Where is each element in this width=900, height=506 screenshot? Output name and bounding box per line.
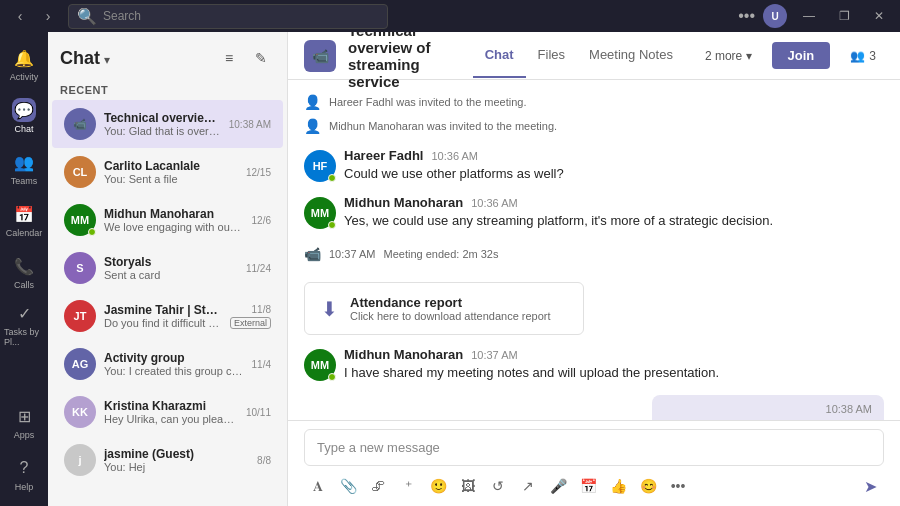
send-button[interactable]: ➤	[856, 472, 884, 500]
tab-files[interactable]: Files	[526, 33, 577, 78]
search-bar[interactable]: 🔍	[68, 4, 388, 29]
apps-label: Apps	[14, 430, 35, 440]
list-item[interactable]: j jasmine (Guest) You: Hej 8/8	[52, 436, 283, 484]
gif-button[interactable]: ⁺	[394, 472, 422, 500]
item-preview: We love engaging with our custo...	[104, 221, 244, 233]
like-button[interactable]: 👍	[604, 472, 632, 500]
list-item[interactable]: S Storyals Sent a card 11/24	[52, 244, 283, 292]
item-time: 11/8	[252, 304, 271, 315]
nav-buttons: ‹ ›	[8, 4, 60, 28]
system-text: Midhun Manoharan was invited to the meet…	[329, 120, 557, 132]
participants-icon: 👥	[850, 49, 865, 63]
chat-label: Chat	[14, 124, 33, 134]
more-options-icon[interactable]: •••	[738, 7, 755, 25]
tasks-icon: ✓	[12, 301, 36, 325]
system-icon: 👤	[304, 118, 321, 134]
message-content: Midhun Manoharan 10:36 AM Yes, we could …	[344, 195, 884, 230]
compose-input[interactable]: Type a new message	[304, 429, 884, 466]
item-name: Jasmine Tahir | Storyals	[104, 303, 222, 317]
compose-toolbar: 𝐀 📎 🖇 ⁺ 🙂 🖼 ↺ ↗ 🎤 📅 👍 😊 ••• ➤	[304, 470, 884, 502]
item-meta: 8/8	[257, 455, 271, 466]
channel-avatar: 📹	[304, 40, 336, 72]
message-author: Midhun Manoharan	[344, 195, 463, 210]
list-item[interactable]: KK Kristina Kharazmi Hey Ulrika, can you…	[52, 388, 283, 436]
sidebar-item-chat[interactable]: 💬 Chat	[4, 92, 44, 140]
sidebar-item-calls[interactable]: 📞 Calls	[4, 248, 44, 296]
attendance-card[interactable]: ⬇ Attendance report Click here to downlo…	[304, 282, 584, 335]
avatar: KK	[64, 396, 96, 428]
minimize-button[interactable]: —	[795, 5, 823, 27]
schedule-button[interactable]: 📅	[574, 472, 602, 500]
item-time: 11/4	[252, 359, 271, 370]
loop-button[interactable]: ↺	[484, 472, 512, 500]
tab-meeting-notes[interactable]: Meeting Notes	[577, 33, 685, 78]
sidebar-item-tasks[interactable]: ✓ Tasks by Pl...	[4, 300, 44, 348]
list-item[interactable]: JT Jasmine Tahir | Storyals Do you find …	[52, 292, 283, 340]
message-group: MM Midhun Manoharan 10:37 AM I have shar…	[304, 347, 884, 382]
system-message: 👤 Midhun Manoharan was invited to the me…	[304, 116, 884, 136]
paperclip-button[interactable]: 🖇	[364, 472, 392, 500]
sidebar-item-teams[interactable]: 👥 Teams	[4, 144, 44, 192]
item-preview: Do you find it difficult to lea...	[104, 317, 222, 329]
sidebar-actions: ≡ ✎	[215, 44, 275, 72]
avatar: JT	[64, 300, 96, 332]
item-meta: 11/4	[252, 359, 271, 370]
list-item[interactable]: MM Midhun Manoharan We love engaging wit…	[52, 196, 283, 244]
attendance-info: Attendance report Click here to download…	[350, 295, 551, 322]
close-button[interactable]: ✕	[866, 5, 892, 27]
sidebar-list: 📹 Technical overview of ... You: Glad th…	[48, 100, 287, 506]
calls-icon: 📞	[12, 254, 36, 278]
meeting-time: 10:37 AM	[329, 248, 375, 260]
join-button[interactable]: Join	[772, 42, 831, 69]
attach-button[interactable]: 📎	[334, 472, 362, 500]
message-content: Midhun Manoharan 10:37 AM I have shared …	[344, 347, 884, 382]
app-body: 🔔 Activity 💬 Chat 👥 Teams 📅 Calendar 📞 C…	[0, 32, 900, 506]
maximize-button[interactable]: ❐	[831, 5, 858, 27]
back-button[interactable]: ‹	[8, 4, 32, 28]
external-badge: External	[230, 317, 271, 329]
praise-button[interactable]: ↗	[514, 472, 542, 500]
sidebar-item-apps[interactable]: ⊞ Apps	[4, 398, 44, 446]
item-meta: 10:38 AM	[229, 119, 271, 130]
more-toolbar-button[interactable]: •••	[664, 472, 692, 500]
emoji-button[interactable]: 🙂	[424, 472, 452, 500]
participants-button[interactable]: 👥 3	[842, 45, 884, 67]
chat-icon: 💬	[12, 98, 36, 122]
titlebar-right: ••• U — ❐ ✕	[738, 4, 892, 28]
compose-area: Type a new message 𝐀 📎 🖇 ⁺ 🙂 🖼 ↺ ↗ 🎤 📅 👍…	[288, 420, 900, 506]
item-time: 10:38 AM	[229, 119, 271, 130]
avatar: S	[64, 252, 96, 284]
user-avatar[interactable]: U	[763, 4, 787, 28]
forward-button[interactable]: ›	[36, 4, 60, 28]
item-time: 12/15	[246, 167, 271, 178]
sidebar-item-help[interactable]: ? Help	[4, 450, 44, 498]
item-preview: You: Sent a file	[104, 173, 238, 185]
message-content: Hareer Fadhl 10:36 AM Could we use other…	[344, 148, 884, 183]
status-indicator	[328, 373, 336, 381]
item-preview: Hey Ulrika, can you please have ...	[104, 413, 238, 425]
filter-button[interactable]: ≡	[215, 44, 243, 72]
search-input[interactable]	[103, 9, 379, 23]
message-text: Yes, we could use any streaming platform…	[344, 212, 884, 230]
teams-icon: 👥	[12, 150, 36, 174]
sidebar-item-calendar[interactable]: 📅 Calendar	[4, 196, 44, 244]
item-meta: 11/24	[246, 263, 271, 274]
list-item[interactable]: 📹 Technical overview of ... You: Glad th…	[52, 100, 283, 148]
tab-chat[interactable]: Chat	[473, 33, 526, 78]
mic-button[interactable]: 🎤	[544, 472, 572, 500]
main-header: 📹 Technical overview of streaming servic…	[288, 32, 900, 80]
format-button[interactable]: 𝐀	[304, 472, 332, 500]
message-author: Hareer Fadhl	[344, 148, 423, 163]
sidebar-item-activity[interactable]: 🔔 Activity	[4, 40, 44, 88]
recent-label: Recent	[48, 80, 287, 100]
list-item[interactable]: AG Activity group You: I created this gr…	[52, 340, 283, 388]
system-text: Hareer Fadhl was invited to the meeting.	[329, 96, 527, 108]
list-item[interactable]: CL Carlito Lacanlale You: Sent a file 12…	[52, 148, 283, 196]
messages-area: 👤 Hareer Fadhl was invited to the meetin…	[288, 80, 900, 420]
new-chat-button[interactable]: ✎	[247, 44, 275, 72]
sticker-button[interactable]: 😊	[634, 472, 662, 500]
activity-label: Activity	[10, 72, 39, 82]
message-time: 10:36 AM	[471, 197, 517, 209]
more-tabs-button[interactable]: 2 more ▾	[697, 45, 760, 67]
image-button[interactable]: 🖼	[454, 472, 482, 500]
